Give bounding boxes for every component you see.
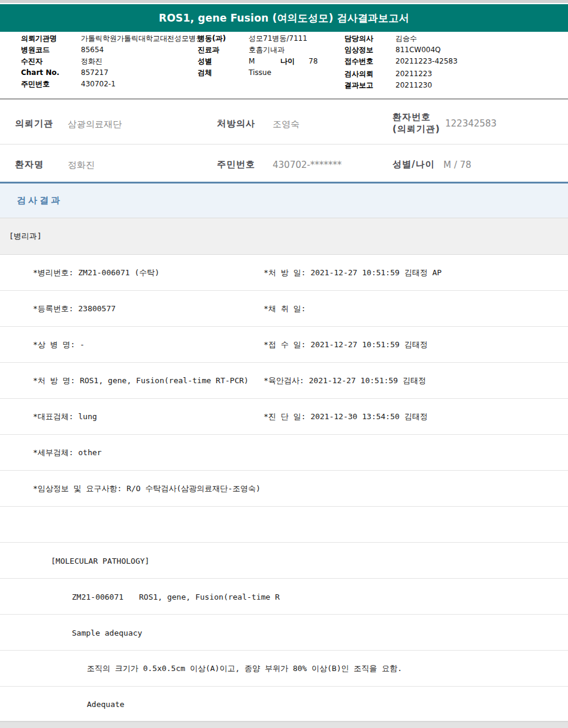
label-hospital-code: 병원코드: [21, 46, 50, 55]
sample-adequacy-label: Sample adequacy: [72, 628, 142, 637]
value-sex-age: M / 78: [443, 160, 472, 170]
row-sub-specimen: *세부검체: other: [0, 435, 568, 471]
section-title: 검사결과: [17, 195, 62, 206]
label-patient-name: 환자명: [15, 159, 44, 170]
receipt-date: *접 수 일: 2021-12-27 10:51:59 김태정: [264, 339, 428, 350]
row-diagnosis-name: *상 병 명: - *접 수 일: 2021-12-27 10:51:59 김태…: [0, 327, 568, 363]
window-top-strip: [0, 0, 568, 3]
value-specimen: Tissue: [249, 68, 271, 77]
value-ward-dept: 성모71병동/7111: [249, 34, 307, 43]
report-title-bar: ROS1, gene Fusion (여의도성모) 검사결과보고서: [0, 4, 568, 32]
footer-bar: [0, 721, 568, 728]
value-clinical-info: 811CW004Q: [395, 46, 441, 55]
clinical-request: *임상정보 및 요구사항: R/O 수탁검사(삼광의료재단-조영숙): [33, 483, 261, 494]
value-resident-id: 430702-*******: [273, 160, 342, 170]
order-name: *처 방 명: ROS1, gene, Fusion(real-time RT-…: [33, 375, 249, 386]
specimen-id: ZM21-006071: [72, 592, 123, 601]
department-label: [병리과]: [9, 231, 42, 242]
label-patient-no-1: 환자번호: [392, 112, 431, 123]
department-band: [병리과]: [0, 218, 568, 255]
row-sample-adequacy: Sample adequacy: [0, 615, 568, 651]
label-resident-no: 주민번호: [21, 80, 50, 89]
test-results-section-header: 검사결과: [0, 182, 568, 218]
label-test-requested: 검사의뢰: [345, 70, 373, 79]
adequacy-result: Adequate: [87, 699, 125, 708]
row-molecular-header: [MOLECULAR PATHOLOGY]: [0, 543, 568, 579]
value-result-report: 20211230: [395, 81, 432, 90]
value-accession-no: 20211223-42583: [395, 57, 458, 66]
label-clinic-dept: 진료과: [198, 46, 219, 55]
value-examinee: 정화진: [81, 57, 102, 66]
label-sex: 성별: [198, 57, 212, 66]
value-clinic-dept: 호흡기내과: [249, 46, 285, 55]
registration-no: *등록번호: 23800577: [33, 303, 116, 314]
main-specimen: *대표검체: lung: [33, 411, 97, 422]
adequacy-criteria: 조직의 크기가 0.5x0.5cm 이상(A)이고, 종양 부위가 80% 이상…: [87, 663, 402, 674]
label-examinee: 수진자: [21, 57, 43, 66]
test-name: ROS1, gene, Fusion(real-time R: [139, 592, 280, 601]
label-accession-no: 접수번호: [345, 57, 373, 66]
label-chart-no: Chart No.: [21, 68, 59, 77]
value-test-requested: 20211223: [395, 70, 432, 79]
detail-rows: *병리번호: ZM21-006071 (수탁) *처 방 일: 2021-12-…: [0, 255, 568, 721]
label-prescribing-doc: 처방의사: [217, 118, 255, 130]
label-age: 나이: [280, 57, 295, 66]
row-registration-no: *등록번호: 23800577 *채 취 일:: [0, 291, 568, 327]
molecular-pathology-header: [MOLECULAR PATHOLOGY]: [51, 556, 149, 565]
collection-date: *채 취 일:: [264, 303, 306, 314]
value-prescribing-doc: 조영숙: [273, 119, 300, 130]
value-referrer-name: 가톨릭학원가톨릭대학교대전성모병원: [81, 34, 203, 43]
row-pathology-no: *병리번호: ZM21-006071 (수탁) *처 방 일: 2021-12-…: [0, 255, 568, 291]
value-age: 78: [309, 57, 318, 66]
value-patient-name: 정화진: [68, 160, 95, 171]
label-specimen: 검체: [198, 68, 212, 77]
mid-divider: [0, 144, 568, 145]
row-main-specimen: *대표검체: lung *진 단 일: 2021-12-30 13:54:50 …: [0, 399, 568, 435]
sub-specimen: *세부검체: other: [33, 447, 102, 458]
value-sex: M: [249, 57, 255, 66]
value-patient-no: 122342583: [445, 118, 497, 129]
label-sex-age: 성별/나이: [392, 159, 434, 170]
label-resident-id: 주민번호: [217, 159, 255, 170]
row-empty: [0, 507, 568, 543]
label-doctor: 담당의사: [345, 34, 373, 43]
order-date: *처 방 일: 2021-12-27 10:51:59 김태정 AP: [264, 267, 442, 278]
value-resident-no: 430702-1: [81, 80, 116, 89]
diagnosis-date: *진 단 일: 2021-12-30 13:54:50 김태정: [264, 411, 428, 422]
row-order-name: *처 방 명: ROS1, gene, Fusion(real-time RT-…: [0, 363, 568, 399]
label-referrer-name: 의뢰기관명: [21, 34, 57, 43]
header-divider: [0, 98, 568, 100]
value-referral-org: 삼광의료재단: [68, 119, 122, 130]
value-hospital-code: 85654: [81, 46, 104, 55]
label-referral-org: 의뢰기관: [15, 118, 53, 130]
row-specimen-test: ZM21-006071 ROS1, gene, Fusion(real-time…: [0, 579, 568, 615]
diagnosis-name: *상 병 명: -: [33, 339, 84, 350]
label-patient-no-2: (의뢰기관): [392, 124, 440, 135]
row-clinical-request: *임상정보 및 요구사항: R/O 수탁검사(삼광의료재단-조영숙): [0, 471, 568, 507]
pathology-no: *병리번호: ZM21-006071 (수탁): [33, 267, 159, 278]
report-title: ROS1, gene Fusion (여의도성모) 검사결과보고서: [159, 11, 409, 25]
label-clinical-info: 임상정보: [345, 46, 373, 55]
report-page: ROS1, gene Fusion (여의도성모) 검사결과보고서 의뢰기관명 …: [0, 0, 568, 728]
value-chart-no: 857217: [81, 68, 108, 77]
gross-exam-date: *육안검사: 2021-12-27 10:51:59 김태정: [264, 375, 426, 386]
row-adequacy-result: Adequate: [0, 687, 568, 721]
value-doctor: 김승수: [395, 34, 417, 43]
label-result-report: 결과보고: [345, 81, 373, 90]
row-adequacy-criteria: 조직의 크기가 0.5x0.5cm 이상(A)이고, 종양 부위가 80% 이상…: [0, 651, 568, 687]
